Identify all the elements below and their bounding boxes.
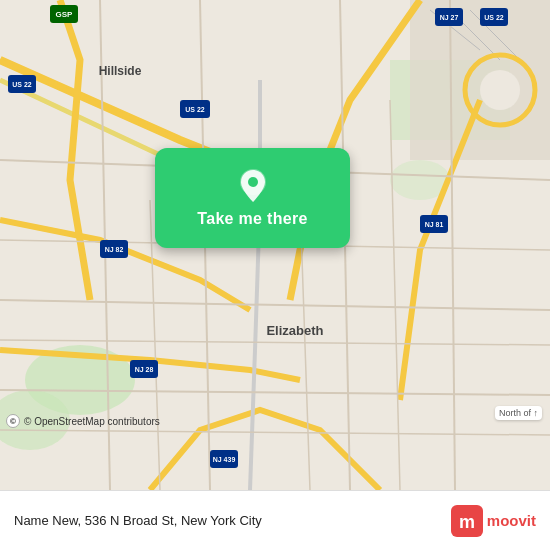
svg-text:Elizabeth: Elizabeth [266, 323, 323, 338]
moovit-logo: m moovit [451, 505, 536, 537]
svg-rect-5 [410, 0, 550, 160]
osm-logo: © [6, 414, 20, 428]
copyright-text: © OpenStreetMap contributors [24, 416, 160, 427]
address-text: Name New, 536 N Broad St, New York City [14, 513, 262, 528]
svg-text:NJ 439: NJ 439 [213, 456, 236, 463]
svg-text:US 22: US 22 [12, 81, 32, 88]
svg-text:m: m [459, 512, 475, 532]
take-me-there-button[interactable]: Take me there [155, 148, 350, 248]
north-text: North of ↑ [499, 408, 538, 418]
svg-point-45 [248, 177, 258, 187]
copyright-bar: © © OpenStreetMap contributors [0, 412, 550, 430]
moovit-text: moovit [487, 512, 536, 529]
svg-point-10 [480, 70, 520, 110]
svg-text:NJ 81: NJ 81 [425, 221, 444, 228]
svg-text:NJ 82: NJ 82 [105, 246, 124, 253]
bottom-bar: Name New, 536 N Broad St, New York City … [0, 490, 550, 550]
svg-text:US 22: US 22 [185, 106, 205, 113]
svg-text:GSP: GSP [56, 10, 74, 19]
svg-text:NJ 28: NJ 28 [135, 366, 154, 373]
button-label: Take me there [197, 210, 307, 228]
moovit-icon-svg: m [451, 505, 483, 537]
svg-text:NJ 27: NJ 27 [440, 14, 459, 21]
map-container: GSP US 22 US 22 US 22 NJ 27 NJ 82 NJ 81 … [0, 0, 550, 490]
north-badge: North of ↑ [495, 406, 542, 420]
svg-text:Hillside: Hillside [99, 64, 142, 78]
pin-icon [235, 168, 271, 204]
svg-text:US 22: US 22 [484, 14, 504, 21]
